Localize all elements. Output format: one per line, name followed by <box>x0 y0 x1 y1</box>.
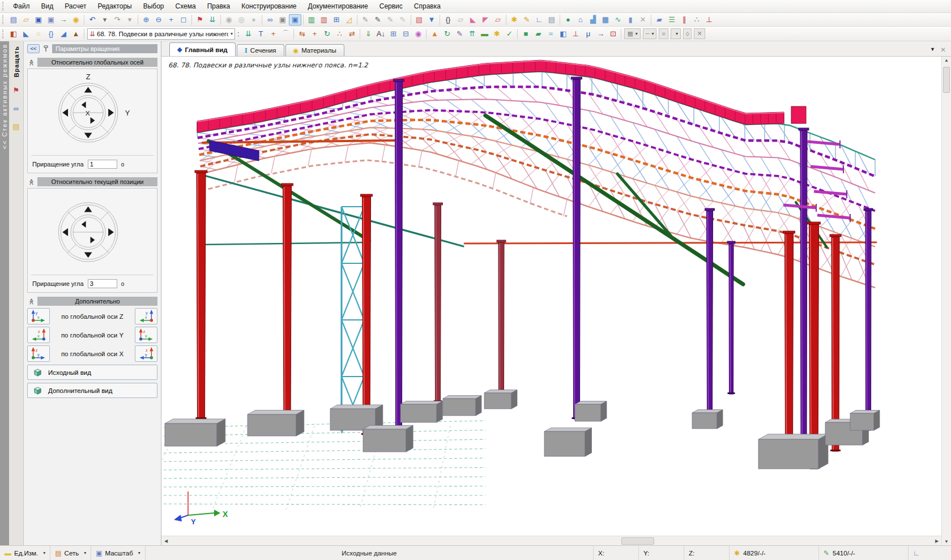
filter-select-icon[interactable]: ▼ <box>425 14 438 25</box>
angle-increment-global[interactable] <box>88 160 117 169</box>
export-doc-icon[interactable]: → <box>594 28 607 40</box>
copy-layers-icon[interactable]: ☰ <box>666 14 678 25</box>
rotation-pad-current[interactable] <box>31 190 153 273</box>
coord-brace-icon[interactable]: {} <box>45 28 57 40</box>
move-nodes-icon[interactable]: ⇆ <box>296 28 308 40</box>
green-box-icon[interactable]: ■ <box>519 28 532 40</box>
pen-result-4-icon[interactable]: ✎ <box>396 14 409 25</box>
add-plate-icon[interactable]: ▟ <box>587 14 599 25</box>
probe-node-icon[interactable]: ✎ <box>453 28 466 40</box>
tab-sections[interactable]: IСечения <box>237 44 284 56</box>
vertical-scrollbar[interactable]: ▲ ▼ <box>941 57 951 545</box>
menu-grip[interactable] <box>2 2 5 11</box>
hscroll-thumb[interactable] <box>621 537 654 545</box>
paste-props-icon[interactable]: ▤ <box>545 14 558 25</box>
pen-result-3-icon[interactable]: ✎ <box>384 14 396 25</box>
undo-list-icon[interactable]: ▾ <box>99 14 111 25</box>
add-wall-icon[interactable]: ▮ <box>624 14 637 25</box>
hide-selected-icon[interactable]: ◎ <box>235 14 248 25</box>
line-style-combo[interactable]: ┄▾ <box>643 28 657 39</box>
menu-item-0[interactable]: Файл <box>7 1 36 12</box>
vscroll-thumb[interactable] <box>943 67 950 93</box>
show-all-icon[interactable]: ● <box>248 14 260 25</box>
markers-icon[interactable]: ⇊ <box>206 14 219 25</box>
menu-item-9[interactable]: Сервис <box>374 1 408 12</box>
add-node-icon[interactable]: ✱ <box>508 14 521 25</box>
tab-main-view[interactable]: ◆Главный вид <box>169 42 236 56</box>
add-mesh-icon[interactable]: ▦ <box>599 14 612 25</box>
rotate-y-right-button[interactable]: zx <box>135 327 157 343</box>
pen-result-1-icon[interactable]: ✎ <box>359 14 372 25</box>
multi-window-icon[interactable]: ⊞ <box>330 14 343 25</box>
save-as-icon[interactable]: ▣ <box>45 14 57 25</box>
swap-nodes-icon[interactable]: ⇄ <box>346 28 358 40</box>
menu-item-1[interactable]: Вид <box>36 1 59 12</box>
menu-item-10[interactable]: Справка <box>408 1 446 12</box>
select-brace-icon[interactable]: {} <box>442 14 454 25</box>
toolbar-grip[interactable] <box>2 15 5 24</box>
spring-row-icon[interactable]: ⇈ <box>466 28 478 40</box>
close-view-button[interactable]: ✕ <box>940 46 946 54</box>
initial-view-button[interactable]: Исходный вид <box>27 365 157 380</box>
select-rect-icon[interactable]: ▧ <box>413 14 425 25</box>
rotate-y-left-button[interactable]: zx <box>27 327 50 343</box>
additional-view-button[interactable]: Дополнительный вид <box>27 383 157 398</box>
redo-list-icon[interactable]: ▾ <box>123 14 136 25</box>
sort-az-icon[interactable]: A↓ <box>374 28 387 40</box>
rotate-x-right-button[interactable]: zy <box>135 345 157 362</box>
green-plate-icon[interactable]: ▰ <box>532 28 544 40</box>
hang-loads-icon[interactable]: ⇊ <box>242 28 254 40</box>
close-tool-icon[interactable]: ✕ <box>694 28 705 39</box>
move-free-icon[interactable]: + <box>308 28 321 40</box>
merge-spheres-icon[interactable]: ◉ <box>412 28 424 40</box>
cables-icon[interactable]: ≈ <box>544 28 557 40</box>
add-layer-icon[interactable]: ⊞ <box>387 28 399 40</box>
fragment-flags-icon[interactable]: ⚑ <box>194 14 206 25</box>
snapshot-icon[interactable]: ▣ <box>276 14 289 25</box>
open-project-icon[interactable]: ▱ <box>20 14 32 25</box>
node-sun-icon[interactable]: ✱ <box>491 28 503 40</box>
empty-preset-combo[interactable]: ▾ <box>671 28 681 39</box>
mode-notes-icon[interactable]: ▤ <box>11 121 22 131</box>
add-frame-icon[interactable]: ⌂ <box>574 14 587 25</box>
scatter-nodes-icon[interactable]: ∴ <box>333 28 346 40</box>
section-cut-icon[interactable]: ◣ <box>20 28 32 40</box>
scroll-right-icon[interactable]: ▶ <box>932 538 941 544</box>
menu-item-6[interactable]: Правка <box>202 1 236 12</box>
ring-tool-icon[interactable]: ○ <box>32 28 45 40</box>
rotate-x-left-button[interactable]: zy <box>27 345 50 362</box>
model-canvas[interactable]: 68. 78. Подвески в различные узлы нижнег… <box>161 57 941 545</box>
pack-down-icon[interactable]: ⇓ <box>362 28 374 40</box>
cut-tool-icon[interactable]: ◢ <box>57 28 70 40</box>
mode-flags-icon[interactable]: ⚑ <box>11 85 22 95</box>
measure-angle-icon[interactable]: ◿ <box>343 14 355 25</box>
zoom-in-icon[interactable]: ⊕ <box>140 14 152 25</box>
frame-nodes-icon[interactable]: ⊡ <box>607 28 619 40</box>
human-scale-icon[interactable]: ▲ <box>428 28 441 40</box>
arc-bridge-icon[interactable]: ⌒ <box>279 28 292 40</box>
edit-bar-icon[interactable]: ▬ <box>478 28 491 40</box>
collapse-section-icon[interactable]: ≪ <box>28 58 35 66</box>
delete-element-icon[interactable]: ✕ <box>637 14 649 25</box>
grid-preset-combo[interactable]: ▦▾ <box>624 28 640 39</box>
mode-glasses-icon[interactable]: ∞ <box>11 103 22 113</box>
extrude-icon[interactable]: ▰ <box>653 14 666 25</box>
add-rods-icon[interactable]: ∥ <box>678 14 690 25</box>
equals-indicator-icon[interactable]: = <box>659 28 668 39</box>
mast-tool-icon[interactable]: ▲ <box>70 28 82 40</box>
zoom-window-icon[interactable]: ◻ <box>177 14 190 25</box>
active-modes-stack[interactable]: << Стек активных режимов <box>0 41 9 545</box>
scroll-left-icon[interactable]: ◀ <box>161 538 170 544</box>
network-status[interactable]: ▤Сеть▾ <box>50 546 91 560</box>
diagram-bars-icon[interactable]: ▥ <box>305 14 318 25</box>
add-node-cube-icon[interactable]: ◧ <box>7 28 20 40</box>
text-annotation-icon[interactable]: T <box>254 28 267 40</box>
zoom-out-icon[interactable]: ⊖ <box>152 14 165 25</box>
undo-icon[interactable]: ↶ <box>86 14 99 25</box>
angle-increment-current[interactable] <box>88 279 117 288</box>
menu-item-5[interactable]: Схема <box>170 1 202 12</box>
edit-element-icon[interactable]: ✎ <box>521 14 533 25</box>
rotation-pad-global[interactable]: Z Y X <box>31 70 153 154</box>
rotate-globe-icon[interactable]: ↻ <box>441 28 453 40</box>
scale-status[interactable]: ▣Масштаб▾ <box>91 546 146 560</box>
